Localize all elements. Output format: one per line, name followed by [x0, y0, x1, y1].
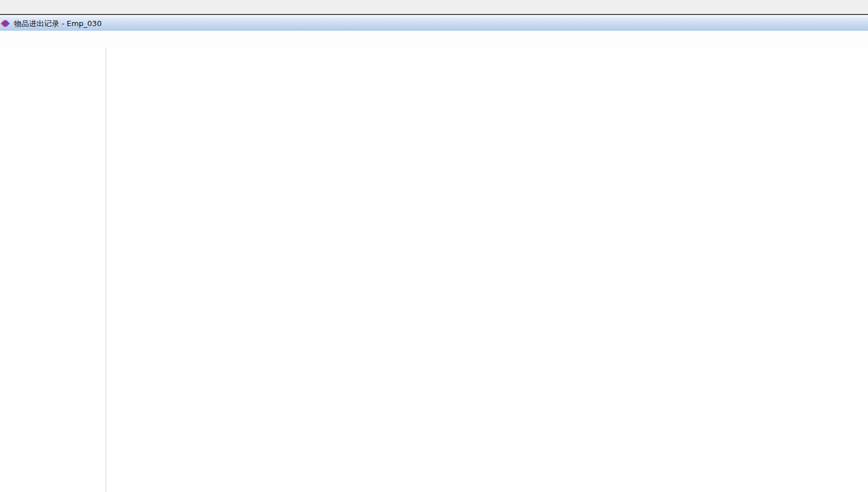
filter-row-1 [106, 50, 868, 65]
window-title: 物品进出记录 - Emp_030 [14, 19, 101, 29]
sidebar-tree [0, 48, 106, 492]
main-pane [106, 48, 868, 492]
app-icon [2, 20, 10, 27]
window-title-bar: 物品进出记录 - Emp_030 [0, 16, 868, 31]
menu-bar [0, 0, 868, 15]
filter-row-2 [106, 65, 868, 80]
toolbar [0, 31, 868, 48]
records-table-wrap [106, 83, 868, 492]
